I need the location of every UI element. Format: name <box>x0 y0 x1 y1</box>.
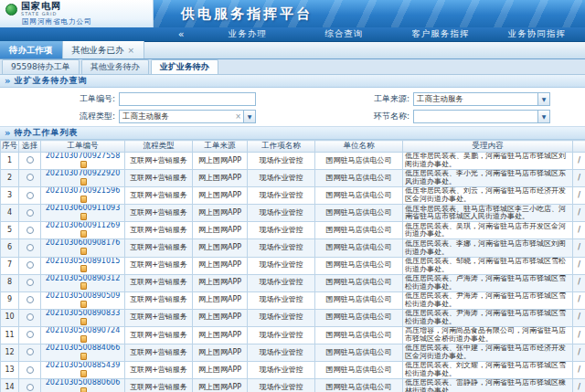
document-icon[interactable] <box>80 213 87 220</box>
table-row[interactable]: 11 2021030500890724 互联网+营销服务 网上国网APP 现场作… <box>1 326 585 344</box>
document-icon[interactable] <box>80 318 87 325</box>
radio-button[interactable] <box>27 174 34 181</box>
collapse-chevron-icon[interactable]: » <box>5 77 10 86</box>
row-action-link[interactable]: / <box>578 278 580 286</box>
row-action-link[interactable]: / <box>578 348 580 356</box>
document-icon[interactable] <box>80 196 87 203</box>
row-select-cell <box>19 222 41 239</box>
tab-95598-todo[interactable]: 95598待办工单 <box>2 59 80 74</box>
order-no-link[interactable]: 2021030700922920 <box>46 170 120 178</box>
order-no-link[interactable]: 2021030600911269 <box>46 222 120 230</box>
radio-button[interactable] <box>27 279 34 286</box>
row-action-link[interactable]: / <box>578 156 580 164</box>
table-row[interactable]: 4 2021030600911093 互联网+营销服务 网上国网APP 现场作业… <box>1 205 585 222</box>
row-process-type: 互联网+营销服务 <box>125 362 193 379</box>
table-row[interactable]: 5 2021030600911269 互联网+营销服务 网上国网APP 现场作业… <box>1 222 585 239</box>
table-row[interactable]: 10 2021030500890833 互联网+营销服务 网上国网APP 现场作… <box>1 309 585 326</box>
order-no-link[interactable]: 2021030500880606 <box>46 379 120 387</box>
nav-item-business[interactable]: 业务办理 <box>199 28 296 40</box>
chevron-down-icon[interactable]: ▼ <box>537 111 549 122</box>
table-row[interactable]: 12 2021030500884066 互联网+营销服务 网上国网APP 现场作… <box>1 344 585 362</box>
order-no-link[interactable]: 2021030500884066 <box>46 344 120 353</box>
document-icon[interactable] <box>80 230 87 238</box>
nav-item-query[interactable]: 综合查询 <box>296 28 393 40</box>
radio-button[interactable] <box>27 296 34 303</box>
state-grid-logo-icon <box>5 4 17 16</box>
row-action-link[interactable]: / <box>578 366 580 374</box>
radio-button[interactable] <box>27 384 34 391</box>
nav-item-customer-service[interactable]: 客户服务指挥 <box>392 28 489 40</box>
row-action-link[interactable]: / <box>578 295 580 303</box>
row-action-link[interactable]: / <box>578 208 580 217</box>
order-no-link[interactable]: 2021030500890509 <box>46 291 120 300</box>
document-icon[interactable] <box>80 301 87 308</box>
row-order-no-cell: 2021030700921596 <box>41 187 125 205</box>
nav-item-collaboration[interactable]: 业务协同指挥 <box>489 28 585 40</box>
clear-icon[interactable]: × <box>235 111 241 122</box>
order-no-link[interactable]: 2021030500890833 <box>46 309 120 317</box>
tab-other-done[interactable]: 其他业务已办 × <box>63 41 145 58</box>
order-no-link[interactable]: 2021030500885439 <box>46 362 120 370</box>
radio-button[interactable] <box>27 331 34 338</box>
table-row[interactable]: 6 2021030600908176 互联网+营销服务 网上国网APP 现场作业… <box>1 239 585 257</box>
order-no-link[interactable]: 2021030500890724 <box>46 326 120 334</box>
row-action-link[interactable]: / <box>578 191 580 199</box>
table-row[interactable]: 3 2021030700921596 互联网+营销服务 网上国网APP 现场作业… <box>1 187 585 205</box>
radio-button[interactable] <box>27 313 34 321</box>
order-no-link[interactable]: 2021030500891015 <box>46 257 120 265</box>
document-icon[interactable] <box>80 335 87 343</box>
row-process-type: 互联网+营销服务 <box>125 379 193 392</box>
tab-yekuo-todo[interactable]: 业扩业务待办 <box>151 59 218 74</box>
link-name-select[interactable]: ▼ <box>413 110 550 123</box>
process-type-select[interactable]: 工商主动服务 × ▼ <box>119 110 256 123</box>
radio-button[interactable] <box>27 227 34 234</box>
tab-todo-items[interactable]: 待办工作项 <box>0 41 63 58</box>
table-row[interactable]: 13 2021030500885439 互联网+营销服务 网上国网APP 现场作… <box>1 362 585 379</box>
chevron-down-icon[interactable]: ▼ <box>537 93 549 105</box>
close-icon[interactable]: × <box>128 42 135 58</box>
table-row[interactable]: 14 2021030500880606 互联网+营销服务 网上国网APP 现场作… <box>1 379 585 392</box>
document-icon[interactable] <box>80 353 87 360</box>
document-icon[interactable] <box>80 265 87 272</box>
radio-button[interactable] <box>27 348 34 355</box>
row-action-link[interactable]: / <box>578 260 580 269</box>
tab-other-todo[interactable]: 其他业务待办 <box>81 59 149 74</box>
order-no-link[interactable]: 2021030700921596 <box>46 187 120 196</box>
document-icon[interactable] <box>80 387 87 392</box>
row-action-link[interactable]: / <box>578 313 580 321</box>
row-action-link[interactable]: / <box>578 226 580 234</box>
order-no-link[interactable]: 2021030600908176 <box>46 239 120 248</box>
row-seq: 2 <box>1 170 19 187</box>
radio-button[interactable] <box>27 209 34 217</box>
order-no-link[interactable]: 2021030700927558 <box>46 153 120 161</box>
table-row[interactable]: 9 2021030500890509 互联网+营销服务 网上国网APP 现场作业… <box>1 291 585 309</box>
nav-collapse-icon[interactable]: « <box>163 29 199 39</box>
row-item-name: 现场作业管控 <box>248 153 315 170</box>
row-action-link[interactable]: / <box>578 174 580 182</box>
document-icon[interactable] <box>80 248 87 255</box>
row-item-name: 现场作业管控 <box>248 170 315 187</box>
document-icon[interactable] <box>80 178 87 185</box>
radio-button[interactable] <box>27 366 34 374</box>
document-icon[interactable] <box>80 282 87 290</box>
order-no-input[interactable] <box>119 92 256 106</box>
chevron-down-icon[interactable]: ▼ <box>243 111 255 122</box>
table-row[interactable]: 1 2021030700927558 互联网+营销服务 网上国网APP 现场作业… <box>1 153 585 170</box>
document-icon[interactable] <box>80 370 87 377</box>
table-row[interactable]: 7 2021030500891015 互联网+营销服务 网上国网APP 现场作业… <box>1 257 585 274</box>
row-action-link[interactable]: / <box>578 383 580 391</box>
radio-button[interactable] <box>27 261 34 269</box>
collapse-chevron-icon[interactable]: » <box>5 129 10 138</box>
document-icon[interactable] <box>80 161 87 168</box>
order-no-link[interactable]: 2021030500890312 <box>46 274 120 282</box>
row-action-link[interactable]: / <box>578 243 580 251</box>
radio-button[interactable] <box>27 192 34 199</box>
order-no-link[interactable]: 2021030600911093 <box>46 205 120 213</box>
order-source-select[interactable]: 工商主动服务 ▼ <box>413 92 550 106</box>
radio-button[interactable] <box>27 244 34 251</box>
radio-button[interactable] <box>27 156 34 164</box>
table-row[interactable]: 2 2021030700922920 互联网+营销服务 网上国网APP 现场作业… <box>1 170 585 187</box>
table-row[interactable]: 8 2021030500890312 互联网+营销服务 网上国网APP 现场作业… <box>1 274 585 291</box>
row-action-link[interactable]: / <box>578 331 580 339</box>
row-action-cell: / <box>573 326 585 344</box>
